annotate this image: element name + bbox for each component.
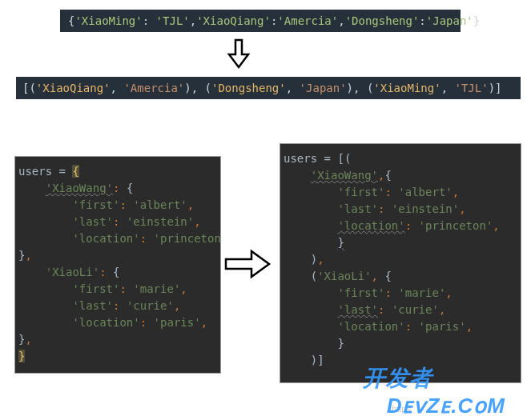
dict-token: 'XiaoQiang' [196, 14, 271, 27]
dict-token: : [419, 14, 425, 27]
list-token: [( [22, 82, 36, 94]
dict-token: : [143, 14, 156, 27]
dict-token: , [190, 14, 196, 27]
list-token: )] [489, 82, 502, 94]
dict-token: 'Amercia' [277, 14, 338, 27]
dict-token: 'TJL' [156, 14, 190, 27]
arrow-down-icon [224, 38, 253, 70]
code-block-left: users = { 'XiaoWang': { 'first': 'albert… [14, 156, 221, 374]
list-token: 'XiaoQiang' [36, 82, 111, 94]
dict-token: , [338, 14, 344, 27]
list-token: ), ( [347, 82, 374, 94]
list-token: , [111, 82, 124, 94]
list-token: ), ( [184, 82, 211, 94]
dict-token: 'XiaoMing' [74, 14, 142, 27]
dict-literal-display: {'XiaoMing': 'TJL','XiaoQiang':'Amercia'… [60, 10, 461, 32]
dict-token: 'Dongsheng' [345, 14, 420, 27]
dict-token: } [473, 14, 480, 27]
arrow-right-icon [224, 248, 272, 280]
list-token: , [286, 82, 300, 94]
dict-token: 'Japan' [426, 14, 473, 27]
list-of-tuples-display: [('XiaoQiang', 'Amercia'), ('Dongsheng',… [16, 77, 521, 99]
list-token: 'Amercia' [123, 82, 184, 94]
list-token: 'Dongsheng' [211, 82, 286, 94]
list-token: 'Japan' [300, 82, 347, 94]
watermark-logo: 开发者DᴇᴠZᴇ.CᴏM [363, 363, 505, 418]
code-block-right: users = [( 'XiaoWang',{ 'first': 'albert… [280, 143, 521, 383]
list-token: 'XiaoMing' [373, 82, 440, 94]
list-token: , [441, 82, 455, 94]
list-token: 'TJL' [454, 82, 488, 94]
